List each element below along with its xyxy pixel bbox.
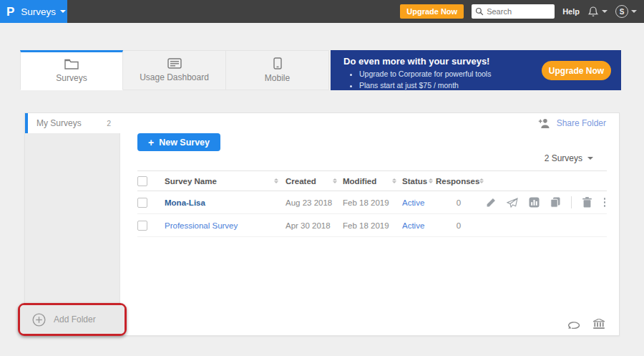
survey-name-link[interactable]: Professional Survey [165, 221, 238, 230]
chevron-down-icon [631, 10, 637, 13]
product-menu[interactable]: Surveys [21, 6, 66, 17]
header-status: Status [402, 177, 427, 186]
table-row: Mona-Lisa Aug 23 2018 Feb 18 2019 Active… [137, 191, 607, 214]
table-header-row: Survey Name Created Modified Status Resp… [137, 170, 607, 191]
share-folder-label: Share Folder [557, 118, 606, 128]
folder-icon [64, 59, 79, 69]
top-bar: P Surveys Upgrade Now Help S [0, 0, 644, 23]
my-surveys-count-badge: 2 [107, 119, 111, 128]
header-survey-name: Survey Name [165, 177, 217, 186]
tab-surveys[interactable]: Surveys [20, 50, 123, 90]
archive-icon[interactable] [593, 319, 605, 329]
plus-icon: + [148, 137, 154, 148]
sort-icon[interactable] [274, 178, 278, 183]
user-plus-icon [538, 118, 550, 128]
status-badge: Active [402, 198, 424, 207]
row-checkbox[interactable] [137, 221, 147, 231]
row-actions [482, 196, 607, 208]
new-survey-button[interactable]: + New Survey [137, 133, 220, 151]
sidebar-item-my-surveys[interactable]: My Surveys 2 [25, 113, 120, 133]
upgrade-banner: Do even more with your surveys! Upgrade … [331, 50, 621, 90]
account-menu[interactable]: S [615, 5, 637, 18]
bell-icon [587, 6, 599, 17]
plus-circle-icon [32, 313, 46, 327]
avatar: S [615, 5, 628, 18]
sort-icon[interactable] [479, 178, 484, 183]
proprofs-logo-icon: P [6, 6, 14, 18]
created-date: Apr 30 2018 [286, 221, 331, 230]
header-modified: Modified [343, 177, 376, 186]
share-folder-link[interactable]: Share Folder [538, 118, 606, 128]
restore-icon[interactable] [567, 319, 580, 329]
dashboard-icon [167, 58, 182, 69]
surveys-table: Survey Name Created Modified Status Resp… [137, 170, 607, 237]
survey-name-link[interactable]: Mona-Lisa [165, 198, 205, 207]
copy-icon[interactable] [550, 197, 560, 208]
chevron-down-icon [60, 10, 66, 13]
edit-pencil-icon[interactable] [486, 198, 496, 208]
search-box[interactable] [472, 4, 555, 19]
sort-icon[interactable] [333, 178, 337, 183]
surveys-count-dropdown[interactable]: 2 Surveys [545, 153, 593, 163]
trash-icon[interactable] [582, 197, 592, 208]
chevron-down-icon [587, 157, 593, 160]
add-folder-button[interactable]: Add Folder [20, 305, 125, 334]
main-tabs: Surveys Usage Dashboard Mobile [20, 50, 329, 90]
panel-footer-icons [567, 319, 605, 329]
tab-mobile[interactable]: Mobile [226, 50, 329, 90]
created-date: Aug 23 2018 [286, 198, 332, 207]
topbar-right: Upgrade Now Help S [400, 4, 644, 19]
header-created: Created [286, 177, 316, 186]
header-responses: Responses [436, 177, 479, 186]
notifications-menu[interactable] [587, 6, 608, 17]
my-surveys-label: My Surveys [36, 118, 82, 128]
annotation-highlight-box: Add Folder [18, 303, 127, 336]
select-all-checkbox[interactable] [137, 176, 147, 186]
reports-icon[interactable] [529, 197, 540, 208]
surveys-panel: My Surveys 2 Add Folder Share Folder + N… [24, 112, 620, 336]
search-input[interactable] [487, 7, 547, 16]
divider [571, 196, 572, 208]
table-row: Professional Survey Apr 30 2018 Feb 18 2… [137, 214, 607, 237]
banner-upgrade-button[interactable]: Upgrade Now [542, 61, 611, 80]
tab-usage-dashboard-label: Usage Dashboard [140, 72, 209, 82]
surveys-count-label: 2 Surveys [545, 153, 582, 163]
tab-mobile-label: Mobile [265, 73, 290, 83]
chevron-down-icon [602, 10, 608, 13]
tab-usage-dashboard[interactable]: Usage Dashboard [123, 50, 226, 90]
product-menu-label: Surveys [21, 6, 56, 17]
modified-date: Feb 18 2019 [343, 221, 389, 230]
status-badge: Active [402, 221, 424, 230]
upgrade-now-button[interactable]: Upgrade Now [400, 4, 464, 19]
search-icon [475, 7, 484, 16]
app-screen: P Surveys Upgrade Now Help S [0, 0, 644, 356]
product-switcher[interactable]: P Surveys [0, 0, 67, 23]
help-link[interactable]: Help [562, 7, 580, 16]
banner-bullet: Plans start at just $75 / month [359, 80, 610, 91]
modified-date: Feb 18 2019 [343, 198, 389, 207]
tab-surveys-label: Surveys [56, 73, 87, 83]
responses-count: 0 [436, 221, 482, 230]
new-survey-label: New Survey [159, 138, 210, 148]
sort-icon[interactable] [429, 178, 433, 183]
sort-icon[interactable] [392, 178, 396, 183]
add-folder-label: Add Folder [54, 314, 96, 324]
mobile-icon [273, 57, 282, 69]
more-options-icon[interactable] [602, 198, 608, 207]
responses-count: 0 [436, 198, 482, 207]
row-checkbox[interactable] [137, 198, 147, 208]
send-icon[interactable] [507, 198, 518, 208]
